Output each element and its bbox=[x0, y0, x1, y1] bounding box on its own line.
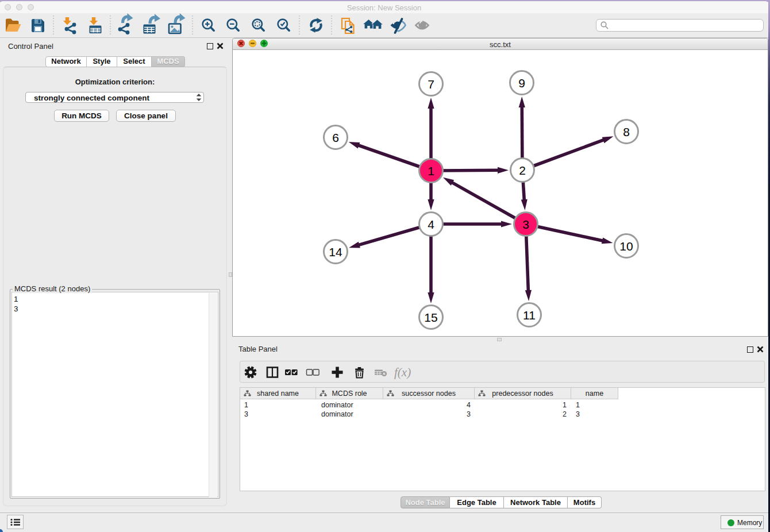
svg-text:14: 14 bbox=[329, 245, 342, 259]
svg-text:2: 2 bbox=[519, 164, 526, 177]
svg-text:8: 8 bbox=[623, 125, 630, 138]
svg-text:3: 3 bbox=[522, 218, 529, 231]
svg-text:6: 6 bbox=[332, 131, 339, 144]
svg-text:10: 10 bbox=[619, 240, 633, 253]
svg-text:7: 7 bbox=[428, 78, 434, 91]
svg-text:1: 1 bbox=[428, 164, 434, 178]
svg-text:11: 11 bbox=[523, 309, 536, 322]
svg-text:15: 15 bbox=[424, 311, 437, 324]
svg-text:f(x): f(x) bbox=[394, 365, 411, 379]
svg-text:4: 4 bbox=[428, 218, 434, 231]
svg-text:9: 9 bbox=[518, 76, 525, 90]
